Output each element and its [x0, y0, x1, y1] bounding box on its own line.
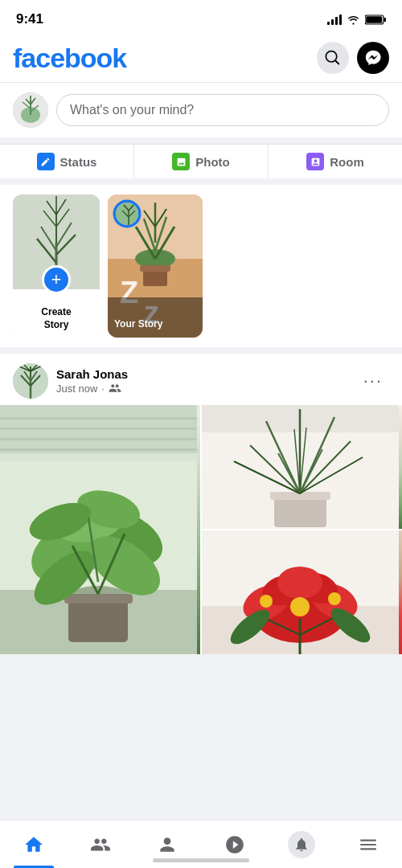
- post-more-button[interactable]: ···: [357, 371, 389, 391]
- status-icon: [37, 153, 55, 170]
- svg-point-104: [290, 597, 310, 616]
- app-logo: facebook: [13, 44, 126, 72]
- signal-icon: [327, 14, 342, 25]
- svg-rect-35: [140, 265, 170, 272]
- post-author-name[interactable]: Sarah Jonas: [56, 367, 128, 381]
- status-button[interactable]: Status: [0, 144, 133, 178]
- photo-button[interactable]: Photo: [133, 144, 268, 178]
- post-timestamp: Just now: [56, 383, 97, 395]
- svg-rect-61: [0, 428, 197, 430]
- svg-rect-39: [108, 297, 203, 338]
- post-header: Sarah Jonas Just now · ···: [0, 354, 402, 405]
- svg-rect-63: [0, 448, 197, 451]
- stories-section: + CreateStory: [0, 185, 402, 354]
- search-icon: [325, 50, 341, 66]
- user-avatar: [13, 92, 48, 128]
- wifi-icon: [347, 14, 360, 25]
- search-button[interactable]: [317, 42, 349, 74]
- home-bar: [153, 858, 249, 862]
- photo-label: Photo: [195, 155, 230, 169]
- svg-point-106: [328, 592, 341, 605]
- svg-rect-62: [0, 438, 197, 440]
- photo-icon: [172, 153, 190, 170]
- post-card: Sarah Jonas Just now · ···: [0, 354, 402, 661]
- post-author-details: Sarah Jonas Just now ·: [56, 367, 128, 395]
- status-label: Status: [60, 155, 97, 169]
- post-author-avatar[interactable]: [13, 363, 48, 399]
- messenger-icon: [365, 50, 381, 66]
- header-actions: [317, 42, 389, 74]
- status-icons: [327, 14, 386, 25]
- svg-rect-67: [68, 598, 128, 642]
- user-story-card[interactable]: Z z Your Story: [108, 194, 203, 338]
- post-image-left[interactable]: [0, 405, 200, 654]
- room-label: Room: [330, 155, 364, 169]
- friends-audience-icon: [109, 382, 121, 395]
- create-post-section: What's on your mind?: [0, 83, 402, 144]
- svg-point-103: [277, 567, 322, 599]
- room-button[interactable]: Room: [268, 144, 402, 178]
- create-story-label: CreateStory: [41, 306, 71, 331]
- story-avatar: [114, 201, 140, 227]
- status-bar: 9:41: [0, 0, 402, 35]
- post-placeholder: What's on your mind?: [70, 103, 194, 117]
- svg-rect-60: [0, 417, 197, 420]
- post-separator: ·: [101, 383, 105, 395]
- stories-row: + CreateStory: [13, 194, 389, 338]
- status-time: 9:41: [16, 11, 43, 27]
- header: facebook: [0, 35, 402, 83]
- bell-icon: [293, 837, 310, 853]
- create-story-plus-icon: +: [42, 265, 71, 294]
- svg-rect-2: [384, 18, 387, 22]
- post-image-right-top[interactable]: [202, 405, 402, 529]
- svg-point-105: [260, 595, 273, 608]
- svg-rect-1: [366, 16, 382, 23]
- post-image-right-bottom[interactable]: [202, 530, 402, 654]
- room-icon: [306, 153, 324, 170]
- messenger-button[interactable]: [357, 42, 389, 74]
- post-meta: Just now ·: [56, 382, 128, 395]
- battery-icon: [365, 14, 386, 25]
- home-indicator: [0, 852, 402, 868]
- create-story-bottom: CreateStory: [13, 289, 100, 338]
- post-images-grid: [0, 405, 402, 654]
- svg-rect-68: [64, 594, 133, 604]
- action-buttons-row: Status Photo Room: [0, 144, 402, 185]
- story-username: Your Story: [114, 318, 196, 330]
- create-story-card[interactable]: + CreateStory: [13, 194, 100, 338]
- post-input-field[interactable]: What's on your mind?: [56, 94, 389, 126]
- post-user-info: Sarah Jonas Just now ·: [13, 363, 128, 399]
